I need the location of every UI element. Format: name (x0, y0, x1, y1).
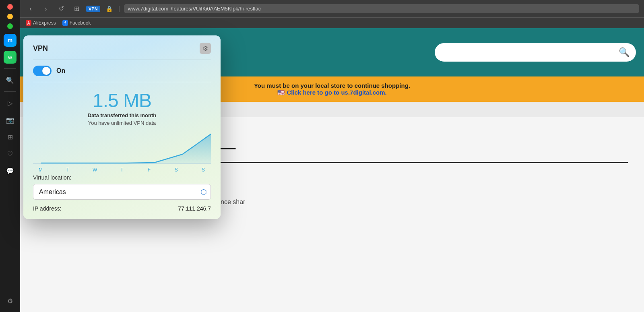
vpn-data-amount: 1.5 MB (33, 89, 211, 112)
vpn-toggle-row: On (33, 66, 211, 76)
mac-sidebar: m w 🔍 ▷ 📷 ⊞ ♡ 💬 ⚙ (0, 0, 20, 312)
bookmark-aliexpress[interactable]: A AliExpress (26, 20, 56, 26)
lock-icon: 🔒 (106, 6, 113, 12)
svg-marker-1 (41, 134, 211, 163)
chart-day-w: W (89, 167, 101, 173)
sidebar-separator-1 (4, 68, 16, 69)
vpn-location-select[interactable]: Americas Europe Asia Auto (33, 184, 211, 200)
sidebar-icon-whatsapp[interactable]: w (4, 51, 17, 64)
mac-dot-red[interactable] (7, 4, 13, 10)
chart-day-t1: T (62, 167, 74, 173)
vpn-title: VPN (33, 44, 48, 53)
url-bar[interactable]: www.7digital.com /features/VUifKi0AAEM5K… (124, 4, 639, 13)
vpn-header: VPN ⚙ (33, 43, 211, 54)
vpn-toggle[interactable] (33, 66, 52, 76)
vpn-location-wrapper: Americas Europe Asia Auto ⬡ (33, 184, 211, 200)
vpn-chart-days: M T W T F S S (33, 167, 211, 173)
vpn-data-label: Data transferred this month (33, 112, 211, 118)
grid-button[interactable]: ⊞ (71, 3, 82, 14)
vpn-badge[interactable]: VPN (86, 6, 100, 12)
sidebar-icon-heart[interactable]: ♡ (4, 147, 17, 160)
reload-button[interactable]: ↺ (56, 3, 67, 14)
facebook-label: Facebook (70, 20, 91, 26)
url-path: /features/VUifKi0AAEM5KIpk/hi-resflac (171, 6, 261, 12)
sidebar-icon-settings[interactable]: ⚙ (4, 294, 17, 307)
browser-chrome: ‹ › ↺ ⊞ VPN 🔒 | www.7digital.com /featur… (20, 0, 644, 28)
back-button[interactable]: ‹ (25, 3, 36, 14)
vpn-data-section: 1.5 MB Data transferred this month You h… (33, 89, 211, 126)
site-search-bar[interactable]: 🔍 (435, 43, 636, 62)
chart-day-m: M (35, 167, 47, 173)
vpn-ip-label: IP address: (33, 205, 62, 212)
forward-button[interactable]: › (40, 3, 52, 14)
sidebar-icon-send[interactable]: ▷ (4, 97, 17, 110)
vpn-ip-row: IP address: 77.111.246.7 (33, 205, 211, 212)
mac-dot-yellow[interactable] (7, 14, 13, 19)
toggle-knob (42, 67, 50, 75)
sidebar-icon-chat[interactable]: 💬 (4, 164, 17, 177)
sidebar-icon-camera[interactable]: 📷 (4, 114, 17, 126)
search-icon: 🔍 (619, 47, 630, 58)
notice-flag: 🇺🇸 (277, 89, 285, 96)
url-domain: www.7digital.com (128, 6, 168, 12)
mac-dot-green[interactable] (7, 23, 13, 29)
vpn-chart-svg (33, 132, 211, 164)
sidebar-separator-2 (4, 91, 16, 92)
vpn-divider-1 (33, 60, 211, 60)
vpn-toggle-label: On (56, 67, 65, 74)
bookmarks-bar: A AliExpress f Facebook (20, 17, 644, 28)
notice-link[interactable]: Click here to go to us.7digital.com. (287, 89, 386, 96)
vpn-gear-button[interactable]: ⚙ (200, 43, 211, 54)
aliexpress-label: AliExpress (33, 20, 56, 26)
vpn-divider-2 (33, 82, 211, 82)
sidebar-icon-apps[interactable]: ⊞ (4, 130, 17, 143)
facebook-favicon: f (62, 20, 68, 26)
sidebar-icon-search[interactable]: 🔍 (4, 74, 17, 87)
chart-day-s1: S (170, 167, 182, 173)
vpn-location-section: Virtual location: Americas Europe Asia A… (33, 174, 211, 200)
vpn-chart: M T W T F S S (33, 132, 211, 168)
url-separator: | (118, 5, 120, 12)
chart-day-t2: T (116, 167, 128, 173)
vpn-data-sublabel: You have unlimited VPN data (33, 120, 211, 126)
sidebar-icon-messenger[interactable]: m (4, 34, 17, 47)
aliexpress-favicon: A (26, 20, 31, 26)
browser-toolbar: ‹ › ↺ ⊞ VPN 🔒 | www.7digital.com /featur… (20, 0, 644, 17)
bookmark-facebook[interactable]: f Facebook (62, 20, 91, 26)
vpn-location-label: Virtual location: (33, 174, 211, 181)
chart-day-f: F (143, 167, 155, 173)
vpn-popup: VPN ⚙ On 1.5 MB Data transferred this mo… (23, 35, 221, 219)
chart-day-s2: S (197, 167, 209, 173)
vpn-ip-value: 77.111.246.7 (178, 205, 211, 212)
